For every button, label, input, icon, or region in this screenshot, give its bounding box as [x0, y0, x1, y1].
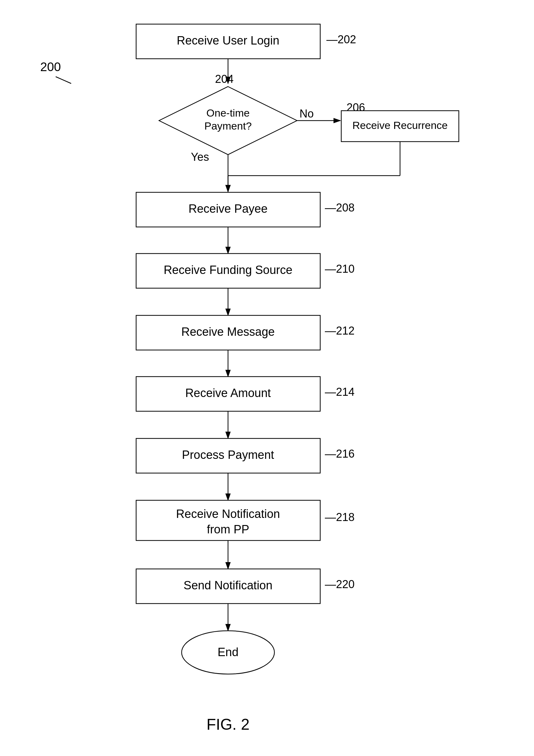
label-send-notification: Send Notification	[183, 579, 272, 592]
ref-216: —216	[325, 447, 354, 460]
ref-220: —220	[325, 578, 354, 591]
label-receive-user-login: Receive User Login	[177, 34, 279, 47]
figure-caption: FIG. 2	[207, 716, 250, 733]
ref-210: —210	[325, 262, 354, 275]
svg-line-1	[56, 77, 71, 84]
label-receive-payee: Receive Payee	[188, 202, 267, 215]
label-receive-funding-source: Receive Funding Source	[164, 263, 293, 277]
label-end: End	[217, 646, 239, 659]
label-no: No	[299, 107, 314, 120]
label-yes: Yes	[191, 150, 209, 163]
ref-212: —212	[325, 324, 354, 337]
ref-218: —218	[325, 511, 354, 524]
ref-204: 204	[215, 73, 234, 85]
ref-202: —202	[326, 33, 356, 46]
ref-208: —208	[325, 201, 354, 214]
label-process-payment: Process Payment	[182, 448, 274, 461]
label-receive-message: Receive Message	[181, 325, 275, 338]
ref-214: —214	[325, 386, 354, 398]
diagram-ref-200: 200	[40, 60, 61, 73]
label-receive-notification-pp-1: Receive Notification	[176, 507, 280, 520]
label-receive-recurrence: Receive Recurrence	[352, 119, 448, 131]
label-receive-amount: Receive Amount	[185, 387, 271, 399]
flowchart-diagram: 200 Receive User Login —202 204 One-time…	[0, 0, 534, 756]
label-one-time-payment-1: One-time	[206, 107, 250, 119]
label-receive-notification-pp-2: from PP	[207, 523, 249, 536]
label-one-time-payment-2: Payment?	[204, 120, 252, 132]
